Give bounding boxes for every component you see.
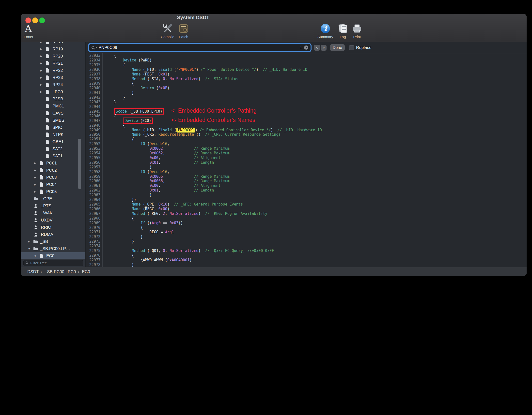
sidebar-scrollbar[interactable] [78, 139, 81, 189]
disclosure-right-icon[interactable]: ▶ [40, 42, 46, 44]
code-line[interactable]: 22964 }) [86, 197, 527, 202]
find-previous-button[interactable]: < [314, 45, 320, 51]
code-line[interactable]: 22968 { [86, 216, 527, 221]
tree-item-rrio[interactable]: RRIO [21, 224, 85, 231]
code-line[interactable]: 22952 IO (Decode16, [86, 142, 527, 146]
toolbar-print-button[interactable]: Print [344, 23, 371, 39]
tree-item-rp24[interactable]: ▶RP24 [21, 81, 85, 88]
disclosure-right-icon[interactable]: ▶ [40, 90, 46, 93]
code-line[interactable]: 22937 Name (PBST, 0x01) [86, 72, 527, 77]
disclosure-right-icon[interactable]: ▶ [40, 55, 46, 58]
disclosure-right-icon[interactable]: ▶ [28, 240, 33, 243]
minimize-button[interactable] [32, 17, 38, 23]
tree-item-rp18[interactable]: ▶RP18 [21, 42, 85, 45]
code-editor[interactable]: 22933 {22934 Device (PWRB)22935 {22936 N… [86, 53, 527, 267]
code-line[interactable]: 22943 } [86, 100, 527, 104]
code-line[interactable]: 22933 { [86, 53, 527, 58]
code-line[interactable]: 22977 \AMW0.AMWN (0xA0040001) [86, 258, 527, 263]
tree-item-rp20[interactable]: ▶RP20 [21, 53, 85, 60]
disclosure-down-icon[interactable]: ▼ [34, 254, 39, 257]
code-line[interactable]: 22961 0x00, // Alignment [86, 183, 527, 188]
disclosure-right-icon[interactable]: ▶ [40, 47, 46, 51]
code-line[interactable]: 22945 Scope (_SB.PC00.LPC0)<- Embedded C… [86, 109, 527, 114]
tree-item-_gpe[interactable]: _GPE [21, 195, 85, 202]
tree-item-_sb[interactable]: ▶_SB [21, 238, 85, 245]
code-line[interactable]: 22973 } [86, 239, 527, 244]
tree-item-ec0[interactable]: ▼EC0 [21, 252, 85, 259]
code-line[interactable]: 22967 Method (_REG, 2, NotSerialized) //… [86, 211, 527, 216]
tree-item-p2sb[interactable]: P2SB [21, 95, 85, 103]
tree-item-ntpk[interactable]: NTPK [21, 131, 85, 138]
code-line[interactable]: 22963 ) [86, 193, 527, 197]
code-line[interactable]: 22951 { [86, 137, 527, 142]
code-line[interactable]: 22966 Name (REGC, 0x00) [86, 207, 527, 211]
tree-item-uxdv[interactable]: UXDV [21, 217, 85, 224]
code-line[interactable]: 22976 { [86, 253, 527, 258]
tree-item-rp23[interactable]: ▶RP23 [21, 74, 85, 81]
code-line[interactable]: 22962 0x01, // Length [86, 188, 527, 193]
search-options-chevron-icon[interactable]: ▾ [96, 46, 97, 49]
tree-item-sat2[interactable]: SAT2 [21, 145, 85, 152]
code-line[interactable]: 22960 0x0066, // Range Maximum [86, 179, 527, 183]
tree-item-cavs[interactable]: CAVS [21, 110, 85, 117]
code-line[interactable]: 22970 { [86, 225, 527, 230]
code-line[interactable]: 22939 { [86, 81, 527, 86]
disclosure-right-icon[interactable]: ▶ [34, 183, 39, 186]
filter-tree-input[interactable]: Filter Tree [23, 260, 83, 266]
code-line[interactable]: 22975 Method (_Q01, 0, NotSerialized) //… [86, 249, 527, 253]
tree-item-rp21[interactable]: ▶RP21 [21, 60, 85, 67]
tree-item-pc02[interactable]: ▶PC02 [21, 167, 85, 174]
search-field[interactable]: ▾ 1 ✕ [89, 44, 311, 51]
tree-item-_wak[interactable]: _WAK [21, 209, 85, 217]
code-line[interactable]: 22949 Name (_HID, EisaId (PNP0C09) /* Em… [86, 128, 527, 133]
tree-item-_pts[interactable]: _PTS [21, 202, 85, 209]
code-line[interactable]: 22940 Return (0x0F) [86, 86, 527, 90]
disclosure-right-icon[interactable]: ▶ [34, 169, 39, 172]
code-line[interactable]: 22957 ) [86, 165, 527, 170]
code-line[interactable]: 22959 0x0066, // Range Minimum [86, 174, 527, 179]
disclosure-right-icon[interactable]: ▶ [34, 190, 39, 193]
code-line[interactable]: 22935 { [86, 63, 527, 67]
tree-item-gbe1[interactable]: GBE1 [21, 138, 85, 145]
tree-item-smbs[interactable]: SMBS [21, 117, 85, 124]
code-line[interactable]: 22947 Device (EC0)<- Embedded Controller… [86, 119, 527, 123]
disclosure-right-icon[interactable]: ▶ [40, 69, 46, 72]
code-line[interactable]: 22954 0x0062, // Range Maximum [86, 151, 527, 156]
code-line[interactable]: 22953 0x0062, // Range Minimum [86, 146, 527, 151]
tree-item-rp19[interactable]: ▶RP19 [21, 45, 85, 53]
tree-item-rp22[interactable]: ▶RP22 [21, 67, 85, 74]
breadcrumb-scope[interactable]: _SB.PC00.LPC0 [45, 269, 76, 274]
tree-item-pc01[interactable]: ▶PC01 [21, 160, 85, 167]
tree-item-pc05[interactable]: ▶PC05 [21, 188, 85, 195]
tree-item-spic[interactable]: SPIC [21, 124, 85, 131]
tree-item-_sb.pc00.lp…[interactable]: ▼_SB.PC00.LP… [21, 245, 85, 252]
disclosure-right-icon[interactable]: ▶ [34, 176, 39, 179]
code-line[interactable]: 22972 } [86, 235, 527, 239]
disclosure-right-icon[interactable]: ▶ [40, 62, 46, 65]
toolbar-patch-button[interactable]: Patch [170, 23, 197, 39]
code-line[interactable]: 22978 } [86, 263, 527, 267]
tree-item-sat1[interactable]: SAT1 [21, 152, 85, 160]
tree-item-lpc0[interactable]: ▶LPC0 [21, 88, 85, 95]
code-line[interactable]: 22965 Name (_GPE, 0x16) // _GPE: General… [86, 202, 527, 207]
breadcrumb-ec0[interactable]: EC0 [82, 269, 90, 274]
search-input[interactable] [98, 45, 299, 50]
replace-checkbox[interactable] [349, 45, 354, 50]
code-line[interactable]: 22934 Device (PWRB) [86, 58, 527, 63]
code-line[interactable]: 22974 [86, 244, 527, 249]
disclosure-down-icon[interactable]: ▼ [28, 247, 33, 250]
clear-search-button[interactable]: ✕ [304, 45, 308, 50]
disclosure-right-icon[interactable]: ▶ [40, 83, 46, 86]
tree-item-pc03[interactable]: ▶PC03 [21, 174, 85, 181]
code-line[interactable]: 22950 Name (_CRS, ResourceTemplate () //… [86, 132, 527, 137]
breadcrumb-dsdt[interactable]: DSDT [27, 269, 39, 274]
code-line[interactable]: 22948 { [86, 123, 527, 128]
zoom-button[interactable] [39, 17, 45, 23]
code-line[interactable]: 22942 } [86, 95, 527, 100]
code-line[interactable]: 22971 REGC = Arg1 [86, 230, 527, 235]
code-line[interactable]: 22956 0x01, // Length [86, 160, 527, 165]
tree-item-pc04[interactable]: ▶PC04 [21, 181, 85, 188]
code-line[interactable]: 22955 0x00, // Alignment [86, 156, 527, 160]
code-line[interactable]: 22941 } [86, 90, 527, 95]
tree-item-rdma[interactable]: RDMA [21, 231, 85, 238]
